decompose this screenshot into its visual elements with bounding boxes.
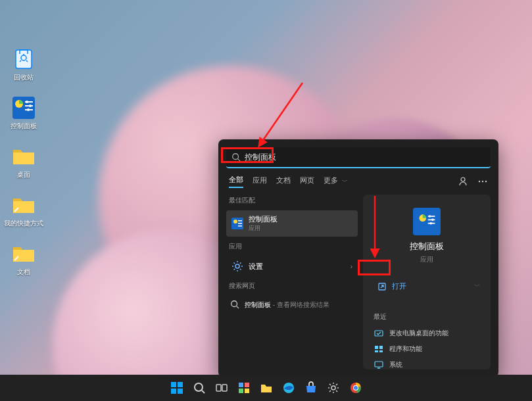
- result-control-panel[interactable]: 控制面板 应用: [226, 210, 358, 237]
- svg-rect-40: [171, 382, 176, 387]
- svg-point-13: [485, 181, 487, 182]
- tab-more[interactable]: 更多: [324, 176, 338, 187]
- svg-point-26: [429, 215, 431, 218]
- open-icon: [377, 282, 387, 291]
- taskview-button[interactable]: [212, 379, 231, 397]
- chevron-right-icon: ›: [351, 263, 352, 270]
- widgets-button[interactable]: [235, 379, 253, 397]
- settings-app[interactable]: [324, 379, 343, 397]
- folder-icon: [12, 242, 36, 266]
- svg-point-11: [479, 181, 480, 182]
- desktop-icon-folder-3[interactable]: 文档: [4, 242, 43, 277]
- svg-point-20: [231, 301, 237, 307]
- search-web-header: 搜索网页: [226, 280, 358, 292]
- svg-rect-34: [379, 350, 383, 352]
- tab-documents[interactable]: 文档: [276, 176, 291, 187]
- svg-rect-42: [171, 389, 176, 394]
- web-trailing: - 查看网络搜索结果: [271, 301, 329, 308]
- svg-rect-32: [379, 346, 383, 349]
- open-action[interactable]: 打开: [374, 277, 410, 295]
- svg-rect-35: [375, 362, 383, 367]
- folder-icon: [12, 145, 36, 168]
- detail-subtitle: 应用: [420, 255, 433, 264]
- desktop-icon-control-panel[interactable]: 控制面板: [4, 96, 43, 131]
- chrome-browser[interactable]: [347, 379, 365, 397]
- svg-rect-46: [222, 385, 227, 391]
- programs-icon: [374, 344, 384, 354]
- svg-rect-17: [238, 223, 242, 224]
- tab-web[interactable]: 网页: [300, 176, 314, 187]
- apps-header: 应用: [226, 241, 358, 252]
- detail-title: 控制面板: [410, 241, 444, 252]
- control-panel-icon: [231, 218, 243, 229]
- control-panel-icon: [413, 208, 441, 235]
- folder-icon: [12, 193, 36, 217]
- svg-point-10: [461, 177, 465, 181]
- svg-point-55: [354, 386, 358, 390]
- svg-point-44: [195, 383, 203, 391]
- svg-rect-18: [238, 225, 242, 227]
- more-options-icon[interactable]: [477, 176, 488, 187]
- recent-header: 最近: [374, 311, 480, 323]
- svg-rect-0: [16, 50, 32, 68]
- svg-rect-48: [245, 383, 249, 387]
- desktop-icon-label: 控制面板: [4, 122, 43, 131]
- svg-rect-30: [375, 331, 383, 336]
- feature-icon: [374, 328, 384, 339]
- gear-icon: [231, 260, 243, 272]
- desktop-icon-recycle-bin[interactable]: 回收站: [4, 47, 43, 82]
- svg-point-27: [431, 219, 434, 222]
- desktop-icon-label: 文档: [4, 268, 43, 277]
- best-match-header: 最佳匹配: [226, 195, 358, 206]
- open-label: 打开: [392, 281, 406, 291]
- desktop-icon-label: 桌面: [4, 170, 43, 179]
- result-settings[interactable]: 设置 ›: [226, 256, 358, 276]
- tab-apps[interactable]: 应用: [253, 176, 267, 187]
- chevron-down-icon[interactable]: ﹀: [474, 282, 480, 291]
- svg-point-6: [26, 101, 28, 103]
- recent-item[interactable]: 系统: [374, 357, 480, 369]
- svg-rect-41: [178, 382, 183, 387]
- svg-point-15: [233, 220, 237, 224]
- desktop-icon-folder-2[interactable]: 我的快捷方式: [4, 193, 43, 228]
- search-panel: 控制面板 全部 应用 文档 网页 更多 ﹀ 最佳匹配 控制面板 应用 应用: [218, 139, 498, 377]
- search-query-text: 控制面板: [245, 152, 276, 163]
- result-subtitle: 应用: [249, 224, 352, 233]
- svg-point-52: [331, 386, 335, 390]
- start-button[interactable]: [168, 379, 186, 397]
- control-panel-icon: [12, 96, 36, 120]
- svg-rect-45: [216, 385, 221, 391]
- desktop-icon-label: 我的快捷方式: [4, 219, 43, 228]
- taskbar: [0, 375, 532, 401]
- svg-point-8: [27, 108, 30, 111]
- svg-rect-21: [416, 211, 437, 232]
- account-icon[interactable]: [458, 176, 468, 187]
- desktop-icon-folder-1[interactable]: 桌面: [4, 145, 43, 179]
- svg-point-19: [235, 264, 239, 268]
- svg-rect-1: [12, 97, 35, 119]
- chevron-down-icon: ﹀: [342, 177, 348, 186]
- svg-point-12: [482, 181, 483, 182]
- result-web-search[interactable]: 控制面板 - 查看网络搜索结果: [226, 296, 358, 314]
- search-icon: [230, 300, 239, 310]
- result-title: 控制面板: [249, 214, 352, 224]
- result-title: 设置: [249, 262, 345, 271]
- svg-rect-31: [375, 346, 378, 349]
- desktop-icon-label: 回收站: [4, 73, 43, 82]
- web-query: 控制面板: [245, 301, 271, 308]
- detail-pane: 控制面板 应用 打开 ﹀ 最近 更改电脑桌面的功能 程序和功: [363, 195, 491, 369]
- recycle-bin-icon: [12, 47, 36, 71]
- recent-item[interactable]: 程序和功能: [374, 341, 480, 357]
- taskbar-search[interactable]: [190, 379, 208, 397]
- svg-point-9: [233, 154, 239, 160]
- svg-point-28: [429, 222, 432, 225]
- search-input[interactable]: 控制面板: [226, 147, 491, 168]
- svg-rect-49: [239, 389, 243, 393]
- edge-browser[interactable]: [279, 379, 298, 397]
- file-explorer[interactable]: [257, 379, 276, 397]
- search-tabs: 全部 应用 文档 网页 更多 ﹀: [226, 174, 491, 189]
- store-app[interactable]: [302, 379, 320, 397]
- tab-all[interactable]: 全部: [229, 175, 243, 188]
- svg-rect-16: [238, 220, 242, 222]
- recent-item[interactable]: 更改电脑桌面的功能: [374, 325, 480, 341]
